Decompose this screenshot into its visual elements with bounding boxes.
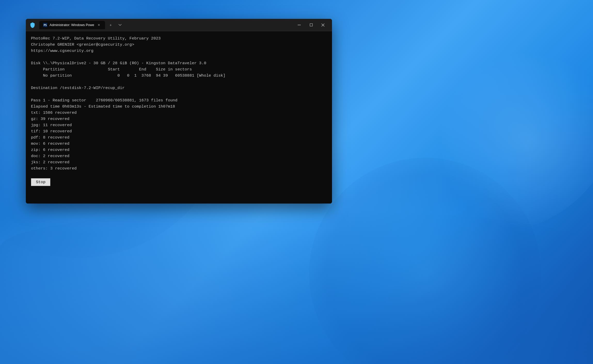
terminal-line-11: Pass 1 - Reading sector 2760960/60538881… — [31, 97, 327, 103]
terminal-line-5: Disk \\.\PhysicalDrive2 - 30 GB / 28 GiB… — [31, 60, 327, 66]
active-tab[interactable]: PS Administrator: Windows Powe ✕ — [39, 21, 105, 29]
title-bar-left: PS Administrator: Windows Powe ✕ + — [29, 21, 293, 29]
powershell-icon: PS — [43, 23, 48, 27]
tab-close-button[interactable]: ✕ — [96, 22, 101, 28]
terminal-window: PS Administrator: Windows Powe ✕ + — [26, 19, 332, 204]
terminal-line-17: pdf: 8 recovered — [31, 134, 327, 141]
terminal-line-3: https://www.cgsecurity.org — [31, 48, 327, 54]
terminal-line-1: PhotoRec 7.2-WIP, Data Recovery Utility,… — [31, 35, 327, 42]
terminal-line-10 — [31, 91, 327, 97]
new-tab-button[interactable]: + — [107, 21, 114, 29]
tab-title: Administrator: Windows Powe — [50, 23, 94, 27]
terminal-line-16: tif: 10 recovered — [31, 128, 327, 134]
security-shield-icon — [29, 21, 36, 29]
terminal-content[interactable]: PhotoRec 7.2-WIP, Data Recovery Utility,… — [26, 31, 332, 204]
svg-rect-2 — [298, 25, 301, 25]
svg-rect-3 — [310, 24, 312, 26]
terminal-line-18: mov: 6 recovered — [31, 141, 327, 147]
terminal-line-8 — [31, 79, 327, 85]
terminal-line-19: zip: 6 recovered — [31, 147, 327, 153]
maximize-button[interactable] — [305, 19, 317, 31]
terminal-line-12: Elapsed time 0h03m13s - Estimated time t… — [31, 103, 327, 110]
terminal-line-2: Christophe GRENIER <grenier@cgsecurity.o… — [31, 42, 327, 48]
terminal-line-14: gz: 39 recovered — [31, 116, 327, 122]
close-button[interactable] — [317, 19, 329, 31]
window-controls — [293, 19, 329, 31]
terminal-line-4 — [31, 54, 327, 60]
minimize-button[interactable] — [293, 19, 305, 31]
terminal-line-13: txt: 1586 recovered — [31, 110, 327, 116]
title-bar: PS Administrator: Windows Powe ✕ + — [26, 19, 332, 31]
terminal-line-9: Destination /testdisk-7.2-WIP/recup_dir — [31, 85, 327, 91]
tab-dropdown-button[interactable] — [116, 21, 124, 29]
terminal-line-22: others: 3 recovered — [31, 165, 327, 172]
stop-button[interactable]: Stop — [31, 178, 50, 186]
terminal-line-15: jpg: 11 recovered — [31, 122, 327, 128]
svg-text:PS: PS — [44, 24, 47, 27]
terminal-line-7: No partition 0 0 1 3768 94 39 60538881 [… — [31, 72, 327, 79]
terminal-line-6: Partition Start End Size in sectors — [31, 66, 327, 72]
terminal-line-21: jks: 2 recovered — [31, 159, 327, 165]
terminal-line-20: doc: 2 recovered — [31, 153, 327, 159]
